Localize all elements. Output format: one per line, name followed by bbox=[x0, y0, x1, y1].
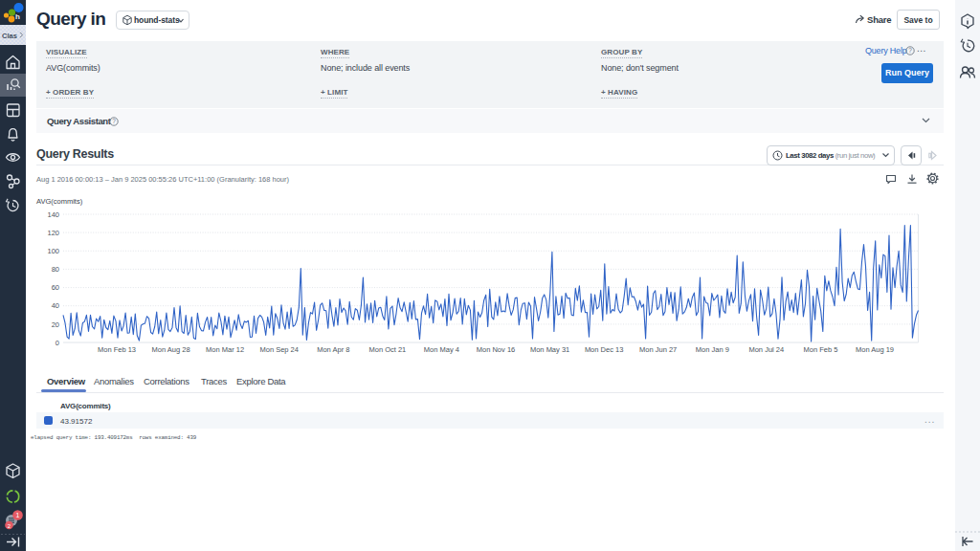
svg-text:Mon May 31: Mon May 31 bbox=[530, 345, 569, 354]
svg-text:120: 120 bbox=[47, 229, 59, 237]
svg-text:Mon Dec 13: Mon Dec 13 bbox=[585, 345, 623, 354]
svg-text:Mon Sep 24: Mon Sep 24 bbox=[259, 345, 298, 354]
svg-text:40: 40 bbox=[52, 301, 59, 310]
svg-text:Mon Mar 12: Mon Mar 12 bbox=[206, 345, 244, 354]
svg-text:Mon Jun 27: Mon Jun 27 bbox=[639, 345, 677, 354]
svg-text:Mon Jul 24: Mon Jul 24 bbox=[748, 345, 784, 354]
svg-text:Mon Feb 5: Mon Feb 5 bbox=[803, 345, 837, 354]
svg-text:Mon Nov 16: Mon Nov 16 bbox=[477, 345, 515, 354]
svg-text:Mon Jan 9: Mon Jan 9 bbox=[696, 345, 729, 354]
svg-text:Mon Feb 13: Mon Feb 13 bbox=[98, 345, 136, 354]
svg-text:Mon Aug 19: Mon Aug 19 bbox=[856, 345, 894, 354]
svg-text:Mon Apr 8: Mon Apr 8 bbox=[317, 345, 349, 354]
svg-text:60: 60 bbox=[52, 283, 59, 292]
svg-text:Mon Aug 28: Mon Aug 28 bbox=[152, 345, 190, 354]
svg-text:0: 0 bbox=[56, 339, 59, 347]
svg-text:80: 80 bbox=[52, 265, 59, 274]
svg-text:140: 140 bbox=[47, 210, 59, 219]
svg-text:Mon Oct 21: Mon Oct 21 bbox=[369, 345, 407, 354]
svg-text:20: 20 bbox=[52, 320, 59, 329]
svg-text:Mon May 4: Mon May 4 bbox=[424, 345, 459, 354]
svg-text:100: 100 bbox=[47, 247, 59, 255]
